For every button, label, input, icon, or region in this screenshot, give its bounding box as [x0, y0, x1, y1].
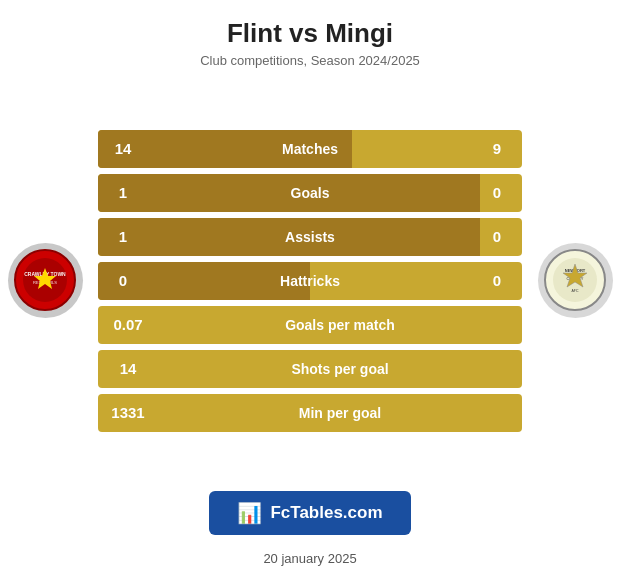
footer-date: 20 january 2025 — [263, 543, 356, 580]
stat-right-val-matches: 9 — [472, 140, 522, 157]
team-logo-left: CRAWLEY TOWN RED DEVILS — [0, 243, 90, 318]
stat-row-shots-per-goal: 14Shots per goal — [98, 350, 522, 388]
stat-left-val-hattricks: 0 — [98, 272, 148, 289]
stat-right-val-assists: 0 — [472, 228, 522, 245]
stat-row-min-per-goal: 1331Min per goal — [98, 394, 522, 432]
stat-left-val-goals-per-match: 0.07 — [98, 316, 158, 333]
stat-left-val-shots-per-goal: 14 — [98, 360, 158, 377]
header: Flint vs Mingi Club competitions, Season… — [0, 0, 620, 74]
stat-row-goals-per-match: 0.07Goals per match — [98, 306, 522, 344]
page-wrapper: Flint vs Mingi Club competitions, Season… — [0, 0, 620, 580]
stat-row-assists: 1Assists0 — [98, 218, 522, 256]
stat-left-val-assists: 1 — [98, 228, 148, 245]
stat-label-hattricks: Hattricks — [280, 273, 340, 289]
team-logo-right: NEWPORT COUNTY AFC — [530, 243, 620, 318]
stat-label-shots-per-goal: Shots per goal — [158, 361, 522, 377]
stat-label-goals: Goals — [291, 185, 330, 201]
stat-label-assists: Assists — [285, 229, 335, 245]
stat-label-goals-per-match: Goals per match — [158, 317, 522, 333]
main-area: CRAWLEY TOWN RED DEVILS 14Matches91Goals… — [0, 74, 620, 477]
team-logo-left-circle: CRAWLEY TOWN RED DEVILS — [8, 243, 83, 318]
svg-text:AFC: AFC — [571, 289, 578, 293]
stat-left-val-min-per-goal: 1331 — [98, 404, 158, 421]
stat-label-min-per-goal: Min per goal — [158, 405, 522, 421]
stat-right-val-hattricks: 0 — [472, 272, 522, 289]
stats-container: 14Matches91Goals01Assists00Hattricks00.0… — [90, 130, 530, 432]
team-logo-right-circle: NEWPORT COUNTY AFC — [538, 243, 613, 318]
stat-right-val-goals: 0 — [472, 184, 522, 201]
stat-row-matches: 14Matches9 — [98, 130, 522, 168]
stat-left-val-goals: 1 — [98, 184, 148, 201]
stat-label-matches: Matches — [282, 141, 338, 157]
fctables-icon: 📊 — [237, 501, 262, 525]
fctables-text: FcTables.com — [270, 503, 382, 523]
stat-row-goals: 1Goals0 — [98, 174, 522, 212]
page-title: Flint vs Mingi — [10, 18, 610, 49]
page-subtitle: Club competitions, Season 2024/2025 — [10, 53, 610, 68]
stat-row-hattricks: 0Hattricks0 — [98, 262, 522, 300]
stat-left-val-matches: 14 — [98, 140, 148, 157]
fctables-banner[interactable]: 📊 FcTables.com — [209, 491, 410, 535]
